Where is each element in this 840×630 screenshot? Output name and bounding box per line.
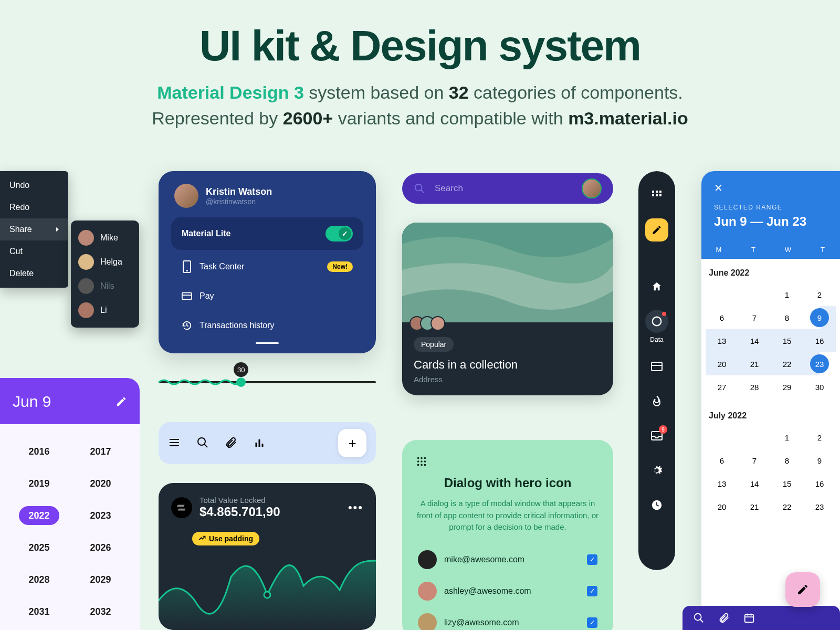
svg-line-8 xyxy=(204,444,207,447)
ctx-cut[interactable]: Cut xyxy=(0,240,68,262)
checkbox-checked[interactable]: ✓ xyxy=(587,617,597,628)
dialog-user-row[interactable]: lizy@awesome.com✓ xyxy=(416,607,600,631)
nav-transactions[interactable]: Transactions history xyxy=(171,313,363,338)
ctx-user-mike[interactable]: Mike xyxy=(78,226,132,250)
avatar xyxy=(78,230,94,246)
checkbox-checked[interactable]: ✓ xyxy=(587,586,597,596)
edit-icon xyxy=(796,583,809,596)
inbox-icon[interactable]: 9 xyxy=(645,424,668,447)
svg-rect-2 xyxy=(182,293,192,300)
svg-point-7 xyxy=(198,438,205,445)
hero-subtitle: Material Design 3 system based on 32 cat… xyxy=(0,80,840,132)
nav-pay[interactable]: Pay xyxy=(171,284,363,309)
nav-material-lite[interactable]: Material Lite xyxy=(171,217,363,250)
add-button[interactable]: + xyxy=(338,429,366,457)
ctx-user-nils[interactable]: Nils xyxy=(78,274,132,298)
search-icon[interactable] xyxy=(693,612,705,624)
year-cell[interactable]: 2019 xyxy=(8,474,70,494)
drag-handle[interactable] xyxy=(256,342,279,344)
year-cell[interactable]: 2032 xyxy=(70,602,131,622)
year-cell[interactable]: 2029 xyxy=(70,570,131,590)
side-rail: Data 9 xyxy=(638,171,675,570)
svg-line-36 xyxy=(700,620,704,623)
bar-chart-icon[interactable] xyxy=(253,436,267,450)
calendar-grid-june: 12 6789 13141516 20212223 27282930 xyxy=(701,280,840,402)
year-cell[interactable]: 2026 xyxy=(70,538,131,558)
avatar xyxy=(418,550,437,569)
year-cell-selected[interactable]: 2022 xyxy=(8,506,70,526)
menu-icon[interactable] xyxy=(168,436,182,450)
gear-icon[interactable] xyxy=(645,459,668,482)
year-cell[interactable]: 2023 xyxy=(70,506,131,526)
slider-value: 30 xyxy=(234,362,248,377)
svg-point-22 xyxy=(421,464,423,466)
ctx-delete[interactable]: Delete xyxy=(0,262,68,285)
svg-point-15 xyxy=(417,457,419,459)
year-cell[interactable]: 2028 xyxy=(8,570,70,590)
chart-card: Total Value Locked $4.865.701,90 ••• Use… xyxy=(159,483,376,630)
data-icon[interactable] xyxy=(645,310,668,333)
selected-range-value: Jun 9 — Jun 23 xyxy=(714,214,827,229)
dialog-user-row[interactable]: mike@awesome.com✓ xyxy=(416,544,600,575)
toggle-switch[interactable] xyxy=(326,226,353,242)
avatar xyxy=(78,278,94,294)
search-input[interactable] xyxy=(435,183,572,194)
apps-icon[interactable] xyxy=(645,184,668,207)
edit-button[interactable] xyxy=(645,218,668,242)
home-icon[interactable] xyxy=(645,275,668,298)
calendar-icon[interactable] xyxy=(743,612,755,624)
card-icon xyxy=(182,291,192,301)
rail-label-data: Data xyxy=(650,336,663,343)
ctx-share[interactable]: Share xyxy=(0,218,68,240)
slider[interactable]: 30 xyxy=(159,381,376,383)
year-cell[interactable]: 2017 xyxy=(70,442,131,461)
collection-card[interactable]: Popular Cards in a collection Address xyxy=(402,223,613,395)
nav-task-center[interactable]: Task Center New! xyxy=(171,254,363,279)
dialog-description: A dialog is a type of modal window that … xyxy=(416,498,600,533)
fab-edit[interactable] xyxy=(785,572,820,607)
attachment-icon[interactable] xyxy=(225,436,238,450)
ctx-user-li[interactable]: Li xyxy=(78,298,132,322)
slider-thumb[interactable] xyxy=(236,377,246,387)
avatar[interactable] xyxy=(174,184,198,208)
svg-point-21 xyxy=(417,464,419,466)
svg-point-12 xyxy=(264,592,270,598)
avatar[interactable] xyxy=(582,178,602,198)
more-icon[interactable]: ••• xyxy=(348,501,363,514)
chart-label: Total Value Locked xyxy=(200,496,280,505)
context-menu: Undo Redo Share Cut Delete xyxy=(0,171,68,288)
chart-tooltip: Use padding xyxy=(192,532,259,545)
svg-point-16 xyxy=(421,457,423,459)
avatar xyxy=(418,613,437,631)
ctx-user-helga[interactable]: Helga xyxy=(78,250,132,274)
profile-name: Kristin Watson xyxy=(206,186,272,197)
year-cell[interactable]: 2020 xyxy=(70,474,131,494)
attachment-icon[interactable] xyxy=(718,612,730,624)
profile-handle: @kristinwatson xyxy=(206,197,272,206)
year-cell[interactable]: 2016 xyxy=(8,442,70,461)
notification-badge: 9 xyxy=(659,425,667,434)
avatar xyxy=(78,302,94,318)
weekday-header: MTWT xyxy=(701,240,840,259)
card-icon[interactable] xyxy=(645,355,668,378)
calendar-grid-july: 12 6789 13141516 20212223 xyxy=(701,423,840,521)
svg-rect-37 xyxy=(745,615,754,623)
ctx-redo[interactable]: Redo xyxy=(0,196,68,218)
edit-icon[interactable] xyxy=(116,396,127,407)
year-cell[interactable]: 2031 xyxy=(8,602,70,622)
year-cell[interactable]: 2025 xyxy=(8,538,70,558)
ctx-undo[interactable]: Undo xyxy=(0,174,68,196)
token-icon xyxy=(171,497,192,518)
date-title: Jun 9 xyxy=(13,393,51,411)
date-header: Jun 9 xyxy=(0,378,140,425)
bottom-action-bar xyxy=(682,606,840,630)
close-icon[interactable]: ✕ xyxy=(714,182,827,194)
search-bar xyxy=(402,173,613,204)
history-icon xyxy=(182,320,192,331)
search-icon[interactable] xyxy=(196,436,210,450)
clock-icon[interactable] xyxy=(645,494,668,517)
checkbox-checked[interactable]: ✓ xyxy=(587,554,597,565)
fire-icon[interactable] xyxy=(645,390,668,413)
dialog-user-row[interactable]: ashley@awesome.com✓ xyxy=(416,575,600,607)
new-badge: New! xyxy=(327,261,353,272)
